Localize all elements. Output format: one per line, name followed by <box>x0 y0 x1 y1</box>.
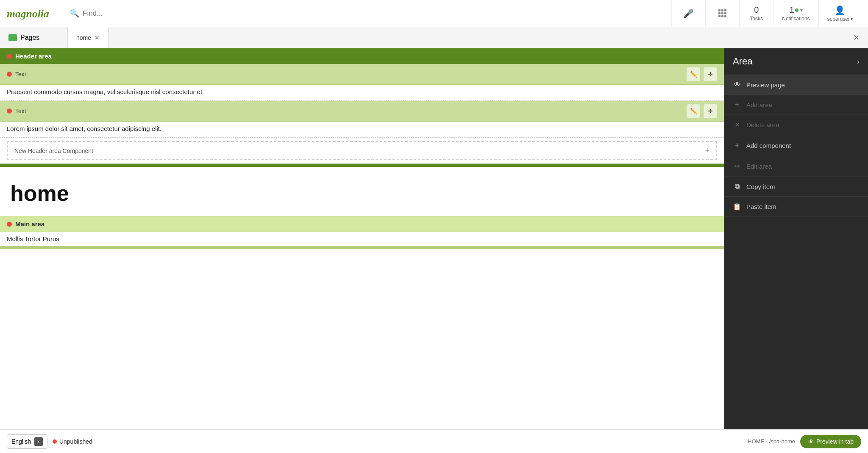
add-component-plus-icon: + <box>733 141 741 150</box>
topbar: magnolia 🔍 🎤 0 Tasks 1 ▾ Notifications <box>0 0 868 27</box>
home-tab-label: home <box>76 34 91 41</box>
new-component-label: New Header area Component <box>14 147 93 154</box>
header-area-end <box>0 164 724 167</box>
main-area-dot <box>7 222 12 227</box>
notifications-button[interactable]: 1 ▾ Notifications <box>773 0 818 27</box>
delete-area-icon: ✕ <box>733 121 741 129</box>
pages-label: Pages <box>20 34 39 42</box>
tabbar-close-button[interactable]: ✕ <box>845 27 868 48</box>
text-component-2-label: Text <box>7 108 26 114</box>
tabbar: Pages home ✕ ✕ <box>0 27 868 48</box>
text1-edit-button[interactable]: ✏️ <box>687 67 700 81</box>
preview-tab-label: Preview in tab <box>816 438 854 445</box>
home-title: home <box>0 167 724 216</box>
new-component-button[interactable]: New Header area Component + <box>7 141 717 160</box>
edit-area-label: Edit area <box>746 163 772 170</box>
text-component-1-label: Text <box>7 71 26 78</box>
panel-item-paste-item[interactable]: 📋 Paste item <box>724 197 868 217</box>
footer: English ▾ Unpublished HOME - /spa-home 👁… <box>0 429 868 453</box>
delete-area-label: Delete area <box>746 121 779 128</box>
tab-home[interactable]: home ✕ <box>68 27 108 48</box>
text1-label: Text <box>15 71 26 78</box>
text1-actions: ✏️ ✛ <box>687 67 717 81</box>
tab-pages[interactable]: Pages <box>0 27 68 48</box>
user-icon: 👤 <box>835 5 845 15</box>
text2-label: Text <box>15 108 26 114</box>
panel-item-edit-area: ✏ Edit area <box>724 156 868 177</box>
text1-content: Praesent commodo cursus magna, vel scele… <box>0 85 724 101</box>
main-area-end <box>0 246 724 249</box>
text2-content: Lorem ipsum dolor sit amet, consectetur … <box>0 122 724 138</box>
panel-item-copy-item[interactable]: ⧉ Copy item <box>724 177 868 197</box>
panel-item-delete-area: ✕ Delete area <box>724 115 868 135</box>
notifications-count: 1 ▾ <box>789 5 802 15</box>
notification-dot <box>795 8 798 12</box>
panel-item-add-area: + Add area <box>724 95 868 115</box>
unpublished-dot <box>53 439 57 444</box>
text2-dot <box>7 108 12 114</box>
footer-path: HOME - /spa-home <box>748 438 795 445</box>
language-dropdown-icon: ▾ <box>34 437 43 446</box>
svg-text:magnolia: magnolia <box>7 8 49 20</box>
add-component-label: Add component <box>746 142 791 149</box>
paste-item-label: Paste item <box>746 203 776 210</box>
add-area-plus-icon: + <box>733 101 741 108</box>
new-component-plus-icon: + <box>705 146 709 155</box>
panel-item-preview-page[interactable]: 👁 Preview page <box>724 75 868 95</box>
paste-icon: 📋 <box>733 203 741 211</box>
main-layout: Header area Text ✏️ ✛ Praesent commodo c… <box>0 48 868 429</box>
mic-icon: 🎤 <box>683 8 694 19</box>
copy-item-label: Copy item <box>746 183 775 190</box>
logo[interactable]: magnolia <box>7 6 58 21</box>
add-area-label: Add area <box>746 101 772 108</box>
main-content: Mollis Tortor Purus <box>0 232 724 246</box>
header-area-label: Header area <box>15 53 52 60</box>
search-icon: 🔍 <box>70 9 79 18</box>
preview-tab-button[interactable]: 👁 Preview in tab <box>800 435 861 448</box>
search-input[interactable] <box>83 9 666 18</box>
copy-icon: ⧉ <box>733 183 741 190</box>
notifications-label: Notifications <box>782 16 810 22</box>
text-component-2-row: Text ✏️ ✛ <box>0 101 724 122</box>
tasks-count: 0 <box>754 5 759 15</box>
panel-title: Area <box>733 56 752 67</box>
user-chevron-icon: ▾ <box>851 17 853 21</box>
header-area-dot <box>7 54 12 59</box>
status-badge: Unpublished <box>53 438 92 445</box>
search-bar: 🔍 <box>63 0 666 27</box>
main-area-label: Main area <box>15 220 45 228</box>
text-component-1-row: Text ✏️ ✛ <box>0 64 724 85</box>
language-selector[interactable]: English ▾ <box>7 434 47 449</box>
edit-area-icon: ✏ <box>733 162 741 170</box>
tasks-button[interactable]: 0 Tasks <box>739 0 773 27</box>
tab-close-icon[interactable]: ✕ <box>95 34 100 41</box>
panel-item-add-component[interactable]: + Add component <box>724 135 868 156</box>
language-label: English <box>11 438 31 445</box>
panel-header: Area › <box>724 48 868 75</box>
text1-move-button[interactable]: ✛ <box>704 67 717 81</box>
text2-edit-button[interactable]: ✏️ <box>687 104 700 118</box>
header-area-bar: Header area <box>0 48 724 64</box>
mic-button[interactable]: 🎤 <box>671 0 705 27</box>
tasks-label: Tasks <box>750 16 763 22</box>
text2-actions: ✏️ ✛ <box>687 104 717 118</box>
pages-icon <box>8 34 17 41</box>
right-panel: Area › 👁 Preview page + Add area ✕ Delet… <box>724 48 868 429</box>
grid-icon <box>718 9 726 17</box>
text1-dot <box>7 72 12 77</box>
main-area-bar: Main area <box>0 216 724 232</box>
panel-chevron-icon[interactable]: › <box>857 57 860 66</box>
eye-icon: 👁 <box>733 81 741 89</box>
user-label: superuser <box>827 16 850 22</box>
apps-button[interactable] <box>705 0 739 27</box>
preview-page-label: Preview page <box>746 81 785 89</box>
status-label: Unpublished <box>59 438 92 445</box>
page-editor: Header area Text ✏️ ✛ Praesent commodo c… <box>0 48 724 429</box>
preview-tab-eye-icon: 👁 <box>808 438 814 445</box>
text2-move-button[interactable]: ✛ <box>704 104 717 118</box>
user-button[interactable]: 👤 superuser ▾ <box>818 0 861 27</box>
topbar-right: 🎤 0 Tasks 1 ▾ Notifications 👤 superuser <box>671 0 861 27</box>
